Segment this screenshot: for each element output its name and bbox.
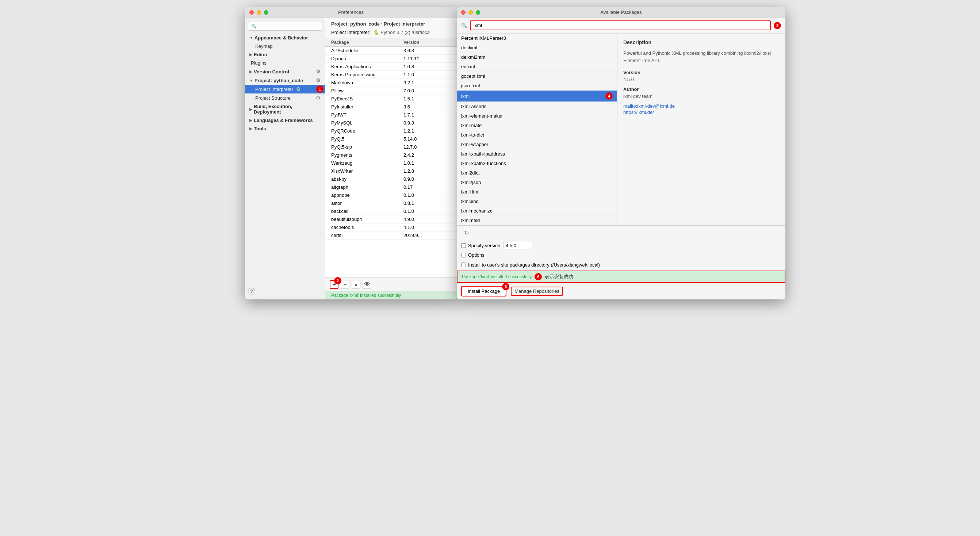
pkg-item-lxml2dict[interactable]: lxml2dict	[457, 168, 617, 178]
specify-version-checkbox[interactable]	[461, 243, 466, 248]
minimize-button[interactable]	[257, 10, 261, 14]
badge-2: 2	[334, 277, 341, 285]
table-row[interactable]: PyQRCode1.2.1	[325, 127, 457, 135]
pkg-item-eulxml[interactable]: eulxml	[457, 62, 617, 72]
upgrade-package-button[interactable]: ▲	[352, 280, 360, 289]
options-checkbox[interactable]	[461, 253, 466, 258]
install-dir-label[interactable]: Install to user's site packages director…	[461, 262, 600, 268]
table-row[interactable]: XlsxWriter1.2.8	[325, 167, 457, 175]
available-packages-window: Available Packages 🔍 3 PercentilXMLParse…	[457, 7, 785, 299]
pkg-item-lxml-xpath2[interactable]: lxml-xpath2-functions	[457, 159, 617, 168]
table-row[interactable]: Keras-Preprocessing1.1.0	[325, 71, 457, 79]
manage-repositories-button[interactable]: Manage Repositories	[511, 286, 563, 296]
packages-maximize-button[interactable]	[476, 10, 480, 14]
description-title: Description	[623, 40, 780, 45]
description-panel: Description Powerful and Pythonic XML pr…	[617, 33, 785, 225]
maximize-button[interactable]	[264, 10, 268, 14]
table-row[interactable]: appnope0.1.0	[325, 191, 457, 199]
pkg-item-lxml[interactable]: lxml 4	[457, 91, 617, 102]
pkg-item-lxml2json[interactable]: lxml2json	[457, 178, 617, 187]
pkg-item-gocept[interactable]: gocept.lxml	[457, 72, 617, 81]
refresh-button[interactable]: ↻	[461, 228, 472, 238]
pkg-item-lxmlmechanize[interactable]: lxmlmechanize	[457, 206, 617, 216]
sidebar-item-appearance[interactable]: ▼ Appearance & Behavior	[245, 33, 325, 42]
preferences-sidebar: 🔍 ▼ Appearance & Behavior Keymap ▶ Edito…	[245, 17, 325, 299]
table-row[interactable]: absl-py0.9.0	[325, 175, 457, 183]
pkg-item-percentil[interactable]: PercentilXMLParser3	[457, 33, 617, 43]
table-row[interactable]: PyQt5-sip12.7.0	[325, 143, 457, 151]
table-row[interactable]: Pillow7.0.0	[325, 87, 457, 95]
packages-footer: ↻ Specify version Options Install to u	[457, 225, 785, 299]
chevron-icon-vc: ▶	[250, 70, 252, 74]
sidebar-item-languages[interactable]: ▶ Languages & Frameworks	[245, 116, 325, 124]
pkg-item-lxml-mate[interactable]: lxml-mate	[457, 121, 617, 130]
table-row[interactable]: astor0.8.1	[325, 199, 457, 207]
chevron-icon-build: ▶	[250, 107, 252, 111]
install-dir-row: Install to user's site packages director…	[457, 259, 785, 270]
table-row[interactable]: altgraph0.17	[325, 183, 457, 191]
table-row[interactable]: Keras-Applications1.0.8	[325, 63, 457, 71]
badge-4: 4	[605, 92, 612, 100]
install-dir-checkbox[interactable]	[461, 262, 466, 267]
table-row[interactable]: beautifulsoup44.9.0	[325, 215, 457, 223]
version-input[interactable]	[503, 242, 532, 250]
sidebar-item-plugins[interactable]: Plugins	[245, 59, 325, 67]
table-row[interactable]: Pygments2.4.2	[325, 151, 457, 159]
pkg-item-lxmlmeld[interactable]: lxmlmeld	[457, 216, 617, 225]
pkg-item-lxmlbind[interactable]: lxmlbind	[457, 197, 617, 206]
sidebar-search-input[interactable]	[258, 24, 319, 29]
options-label[interactable]: Options	[461, 252, 485, 258]
table-row[interactable]: APScheduler3.6.3	[325, 47, 457, 55]
sidebar-item-tools[interactable]: ▶ Tools	[245, 124, 325, 133]
pkg-item-json-lxml[interactable]: json-lxml	[457, 81, 617, 91]
packages-list[interactable]: PercentilXMLParser3 declxml delxml2html …	[457, 33, 617, 225]
author-label: Author	[623, 86, 780, 92]
table-row[interactable]: PyQt55.14.0	[325, 135, 457, 143]
badge-3: 3	[774, 22, 781, 29]
pkg-item-lxml-wrapper[interactable]: lxml-wrapper	[457, 140, 617, 150]
packages-minimize-button[interactable]	[468, 10, 473, 14]
sidebar-item-editor[interactable]: ▶ Editor	[245, 50, 325, 59]
sidebar-item-build[interactable]: ▶ Build, Execution, Deployment	[245, 102, 325, 116]
table-row[interactable]: cachetools4.1.0	[325, 223, 457, 232]
add-package-button[interactable]: + 2	[330, 280, 339, 289]
sidebar-item-project-structure[interactable]: Project Structure ⚙	[245, 94, 325, 102]
table-row[interactable]: certifi2019.9...	[325, 232, 457, 240]
table-row[interactable]: Werkzeug1.0.1	[325, 159, 457, 167]
pkg-item-lxml-element-maker[interactable]: lxml-element-maker	[457, 111, 617, 121]
pkg-item-lxml-xpath-ip[interactable]: lxml-xpath-ipaddress	[457, 150, 617, 159]
sidebar-item-project-interpreter[interactable]: Project Interpreter 1 ⚙	[245, 85, 325, 94]
help-button[interactable]: ?	[248, 288, 255, 295]
link-email[interactable]: mailto:lxml-dev@lxml.de	[623, 103, 780, 109]
specify-version-label[interactable]: Specify version	[461, 243, 500, 248]
close-button[interactable]	[250, 10, 254, 14]
sidebar-item-project[interactable]: ▼ Project: python_code ⚙	[245, 76, 325, 85]
pkg-item-lxmlhtml[interactable]: lxmlHtml	[457, 187, 617, 197]
show-package-button[interactable]: 👁	[363, 280, 371, 289]
pkg-item-delxml2html[interactable]: delxml2html	[457, 52, 617, 62]
pkg-item-lxml-to-dict[interactable]: lxml-to-dict	[457, 130, 617, 140]
packages-close-button[interactable]	[461, 10, 466, 14]
badge-6: 6	[535, 273, 542, 280]
chevron-icon-project: ▼	[250, 78, 253, 83]
pkg-item-declxml[interactable]: declxml	[457, 43, 617, 52]
packages-search-input[interactable]	[470, 21, 771, 30]
table-row[interactable]: PyInstaller3.6	[325, 103, 457, 111]
table-row[interactable]: backcall0.1.0	[325, 207, 457, 215]
install-package-button[interactable]: Install Package 5	[461, 286, 506, 296]
sidebar-item-keymap[interactable]: Keymap	[245, 42, 325, 50]
link-website[interactable]: https://lxml.de/	[623, 110, 780, 115]
pkg-item-lxml-asserts[interactable]: lxml-asserts	[457, 102, 617, 111]
table-row[interactable]: Django1.11.11	[325, 55, 457, 63]
packages-table[interactable]: APScheduler3.6.3 Django1.11.11 Keras-App…	[325, 47, 457, 277]
table-row[interactable]: PyExecJS1.5.1	[325, 95, 457, 103]
table-row[interactable]: Markdown3.2.1	[325, 79, 457, 87]
sidebar-item-version-control[interactable]: ▶ Version Control ⚙	[245, 67, 325, 76]
remove-package-button[interactable]: −	[340, 280, 349, 289]
table-row[interactable]: PyMySQL0.9.3	[325, 119, 457, 127]
table-row[interactable]: PyJWT1.7.1	[325, 111, 457, 119]
search-icon-packages: 🔍	[461, 23, 467, 28]
packages-window-title: Available Packages	[600, 10, 641, 15]
sidebar-search-box[interactable]: 🔍	[248, 22, 322, 31]
chevron-icon-editor: ▶	[250, 52, 252, 57]
